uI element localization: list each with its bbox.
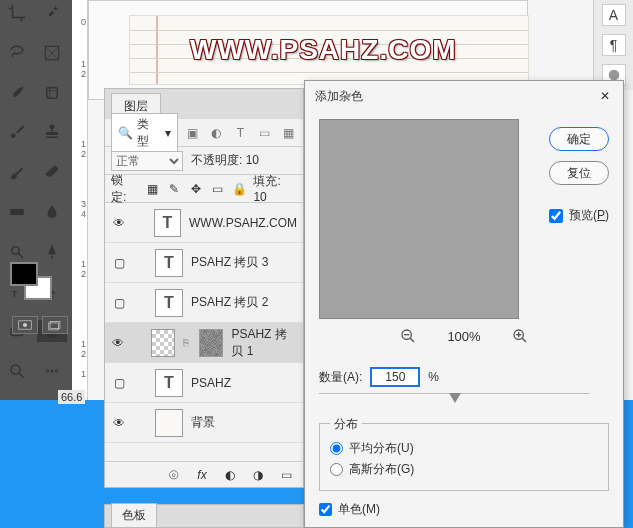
mesh-tool[interactable]	[37, 42, 67, 64]
lasso-tool[interactable]	[2, 42, 32, 64]
filter-text-icon[interactable]: T	[231, 124, 249, 142]
zoom-in-icon[interactable]	[511, 327, 529, 345]
filter-image-icon[interactable]: ▣	[184, 124, 202, 142]
lock-artboard-icon[interactable]: ▭	[210, 181, 226, 197]
ok-button[interactable]: 确定	[549, 127, 609, 151]
filter-smart-icon[interactable]: ▦	[279, 124, 297, 142]
close-icon[interactable]: ✕	[597, 88, 613, 104]
svg-rect-3	[47, 87, 58, 98]
screenmode-icon[interactable]	[42, 316, 68, 334]
folder-icon[interactable]: ▭	[277, 466, 295, 484]
amount-slider[interactable]	[319, 393, 589, 409]
zoom-tool[interactable]	[2, 360, 32, 382]
fx-icon[interactable]: fx	[193, 466, 211, 484]
wand-tool[interactable]	[37, 2, 67, 24]
svg-line-23	[410, 338, 414, 342]
right-sidebar: A ¶	[593, 0, 633, 90]
visibility-icon[interactable]: ▢	[111, 375, 127, 391]
color-swatch[interactable]	[10, 262, 60, 302]
eyedropper-tool[interactable]	[2, 82, 32, 104]
brush-tool[interactable]	[2, 121, 32, 143]
filter-shape-icon[interactable]: ▭	[255, 124, 273, 142]
visibility-icon[interactable]: 👁	[111, 415, 127, 431]
lock-transparent-icon[interactable]: ▦	[144, 181, 160, 197]
layer-row[interactable]: 👁 T WWW.PSAHZ.COM	[105, 203, 303, 243]
gradient-tool[interactable]	[2, 201, 32, 223]
quickmask-icon[interactable]	[12, 316, 38, 334]
lock-brush-icon[interactable]: ✎	[166, 181, 182, 197]
layer-mask-thumb	[199, 329, 223, 357]
svg-point-14	[51, 370, 54, 373]
foreground-color[interactable]	[10, 262, 38, 286]
layer-row[interactable]: ▢ T PSAHZ 拷贝 2	[105, 283, 303, 323]
visibility-icon[interactable]: ▢	[111, 255, 127, 271]
blend-mode-select[interactable]: 正常	[111, 151, 183, 171]
add-noise-dialog: 添加杂色 ✕ 确定 复位 预览(P) 100% 数量(A): % 分布 平均分布…	[304, 80, 624, 528]
patch-tool[interactable]	[37, 82, 67, 104]
filter-adjust-icon[interactable]: ◐	[208, 124, 226, 142]
blur-tool[interactable]	[37, 201, 67, 223]
link-layers-icon[interactable]: ⦾	[165, 466, 183, 484]
monochrome-checkbox[interactable]	[319, 503, 332, 516]
monochrome-row[interactable]: 单色(M)	[319, 501, 609, 518]
svg-point-11	[11, 365, 20, 374]
history-brush-tool[interactable]	[2, 161, 32, 183]
link-icon: ⎘	[183, 337, 191, 348]
opacity-label: 不透明度: 10	[191, 152, 259, 169]
visibility-icon[interactable]: 👁	[111, 335, 125, 351]
pen-tool[interactable]	[37, 241, 67, 263]
distribution-group: 分布 平均分布(U) 高斯分布(G)	[319, 423, 609, 491]
amount-input[interactable]	[370, 367, 420, 387]
canvas-zoom-label: 66.6	[58, 390, 85, 404]
uniform-radio[interactable]	[330, 442, 343, 455]
zoom-out-icon[interactable]	[399, 327, 417, 345]
preview-checkbox[interactable]	[549, 209, 563, 223]
tools-toolbar: T	[0, 0, 72, 400]
search-icon: 🔍	[118, 126, 133, 140]
adjustment-icon[interactable]: ◑	[249, 466, 267, 484]
noise-preview	[319, 119, 519, 319]
document-paper: WWW.PSAHZ.COM	[129, 15, 529, 85]
layer-row[interactable]: 👁 背景	[105, 403, 303, 443]
svg-line-27	[522, 338, 526, 342]
layer-filter-select[interactable]: 🔍 类型 ▾	[111, 113, 178, 153]
character-panel-icon[interactable]: A	[602, 4, 626, 26]
svg-point-15	[55, 370, 58, 373]
mask-icon[interactable]: ◐	[221, 466, 239, 484]
layer-thumb: T	[155, 249, 183, 277]
layer-row[interactable]: 👁 ⎘ PSAHZ 拷贝 1	[105, 323, 303, 363]
svg-point-20	[608, 70, 619, 81]
svg-point-13	[46, 370, 49, 373]
layers-footer: ⦾ fx ◐ ◑ ▭	[105, 461, 303, 487]
svg-point-7	[12, 247, 20, 255]
lock-move-icon[interactable]: ✥	[188, 181, 204, 197]
gaussian-radio-row[interactable]: 高斯分布(G)	[330, 461, 598, 478]
eraser-tool[interactable]	[37, 161, 67, 183]
crop-tool[interactable]	[2, 2, 32, 24]
layer-row[interactable]: ▢ T PSAHZ 拷贝 3	[105, 243, 303, 283]
more-tool[interactable]	[37, 360, 67, 382]
visibility-icon[interactable]: ▢	[111, 295, 127, 311]
layer-thumb: T	[155, 289, 183, 317]
paragraph-panel-icon[interactable]: ¶	[602, 34, 626, 56]
reset-button[interactable]: 复位	[549, 161, 609, 185]
gaussian-radio[interactable]	[330, 463, 343, 476]
svg-rect-6	[10, 209, 24, 215]
chevron-down-icon: ▾	[165, 126, 171, 140]
visibility-icon[interactable]: 👁	[111, 215, 126, 231]
svg-line-12	[19, 373, 24, 378]
dodge-tool[interactable]	[2, 241, 32, 263]
preview-checkbox-row[interactable]: 预览(P)	[549, 207, 609, 224]
layers-panel: 图层 🔍 类型 ▾ ▣ ◐ T ▭ ▦ 正常 不透明度: 10 锁定: ▦ ✎ …	[104, 88, 304, 488]
logo-text: WWW.PSAHZ.COM	[190, 34, 457, 66]
svg-line-8	[19, 253, 24, 258]
layer-thumb: T	[155, 369, 183, 397]
stamp-tool[interactable]	[37, 121, 67, 143]
uniform-radio-row[interactable]: 平均分布(U)	[330, 440, 598, 457]
dialog-title: 添加杂色	[315, 88, 363, 105]
svg-point-17	[23, 323, 27, 327]
layer-row[interactable]: ▢ T PSAHZ	[105, 363, 303, 403]
lock-all-icon[interactable]: 🔒	[232, 181, 248, 197]
swatch-tab[interactable]: 色板	[111, 503, 157, 527]
slider-thumb[interactable]	[449, 393, 461, 403]
